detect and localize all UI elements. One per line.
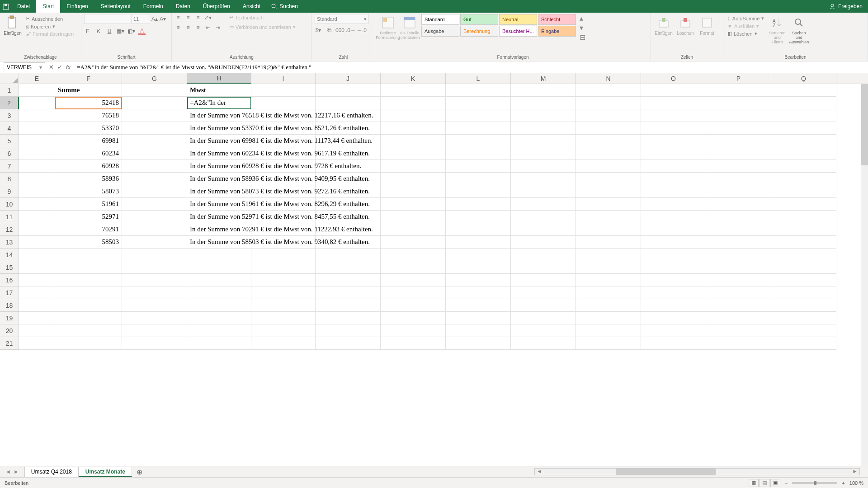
cell-N1[interactable] — [576, 84, 641, 97]
cell-H4[interactable]: In der Summe von 53370 € ist die Mwst vo… — [187, 122, 251, 135]
cell-F1[interactable]: Summe — [55, 84, 122, 97]
font-name-input[interactable] — [84, 14, 130, 24]
cell-F16[interactable] — [55, 274, 122, 286]
cell-L10[interactable] — [446, 198, 511, 211]
cell-O2[interactable] — [641, 97, 706, 109]
row-header-7[interactable]: 7 — [0, 160, 19, 173]
cell-E5[interactable] — [19, 135, 55, 147]
cell-P9[interactable] — [706, 185, 771, 198]
cell-N21[interactable] — [576, 337, 641, 350]
col-header-Q[interactable]: Q — [771, 73, 836, 84]
cell-L2[interactable] — [446, 97, 511, 109]
cell-F2[interactable]: 52418 — [55, 97, 122, 109]
cell-L1[interactable] — [446, 84, 511, 97]
cell-G3[interactable] — [122, 109, 187, 122]
cell-Q8[interactable] — [771, 173, 836, 185]
align-center-icon[interactable]: ≡ — [184, 24, 192, 31]
dec-decimal-icon[interactable]: ←.0 — [358, 27, 365, 34]
align-left-icon[interactable]: ≡ — [175, 24, 182, 31]
fill-color-icon[interactable]: ◧▾ — [127, 28, 135, 35]
cell-P11[interactable] — [706, 211, 771, 223]
orientation-icon[interactable]: ⤢▾ — [204, 14, 212, 21]
cell-F7[interactable]: 60928 — [55, 160, 122, 173]
row-header-12[interactable]: 12 — [0, 223, 19, 236]
cell-N20[interactable] — [576, 324, 641, 337]
cell-G14[interactable] — [122, 249, 187, 261]
cell-P17[interactable] — [706, 286, 771, 299]
name-box[interactable]: VERWEIS▾ — [4, 62, 45, 72]
cell-O8[interactable] — [641, 173, 706, 185]
cell-G10[interactable] — [122, 198, 187, 211]
cell-N3[interactable] — [576, 109, 641, 122]
cell-K15[interactable] — [381, 261, 446, 274]
cell-L20[interactable] — [446, 324, 511, 337]
row-header-8[interactable]: 8 — [0, 173, 19, 185]
row-header-10[interactable]: 10 — [0, 198, 19, 211]
cell-M12[interactable] — [511, 223, 576, 236]
cell-O14[interactable] — [641, 249, 706, 261]
cell-O9[interactable] — [641, 185, 706, 198]
row-header-5[interactable]: 5 — [0, 135, 19, 147]
font-color-icon[interactable]: A — [138, 28, 146, 35]
cell-M9[interactable] — [511, 185, 576, 198]
style-schlecht[interactable]: Schlecht — [538, 14, 576, 25]
cell-I2[interactable] — [251, 97, 316, 109]
cell-H2[interactable]: =A2&"In der — [187, 97, 251, 109]
cell-M14[interactable] — [511, 249, 576, 261]
cell-G2[interactable] — [122, 97, 187, 109]
inc-decimal-icon[interactable]: .0→ — [347, 27, 354, 34]
cell-F14[interactable] — [55, 249, 122, 261]
cell-L6[interactable] — [446, 147, 511, 160]
col-header-F[interactable]: F — [55, 73, 122, 84]
autosum-button[interactable]: ΣAutoSumme ▾ — [726, 15, 765, 22]
search-box[interactable]: Suchen — [267, 3, 298, 9]
cell-O12[interactable] — [641, 223, 706, 236]
cell-P10[interactable] — [706, 198, 771, 211]
font-size-input[interactable] — [131, 14, 150, 24]
cell-E6[interactable] — [19, 147, 55, 160]
cell-E11[interactable] — [19, 211, 55, 223]
cell-K17[interactable] — [381, 286, 446, 299]
cell-L12[interactable] — [446, 223, 511, 236]
paste-button[interactable]: Einfügen — [3, 14, 23, 37]
vertical-scrollbar[interactable] — [861, 84, 868, 466]
cell-F19[interactable] — [55, 312, 122, 324]
cell-P7[interactable] — [706, 160, 771, 173]
cell-M8[interactable] — [511, 173, 576, 185]
cell-L9[interactable] — [446, 185, 511, 198]
cell-O17[interactable] — [641, 286, 706, 299]
indent-inc-icon[interactable]: ⇥ — [214, 24, 222, 31]
cell-O13[interactable] — [641, 236, 706, 249]
cell-M3[interactable] — [511, 109, 576, 122]
cell-H21[interactable] — [187, 337, 251, 350]
cell-Q13[interactable] — [771, 236, 836, 249]
col-header-N[interactable]: N — [576, 73, 641, 84]
tab-formeln[interactable]: Formeln — [137, 0, 170, 13]
view-layout-icon[interactable]: ▤ — [760, 479, 769, 487]
tab-seitenlayout[interactable]: Seitenlayout — [94, 0, 137, 13]
cell-O10[interactable] — [641, 198, 706, 211]
row-header-20[interactable]: 20 — [0, 324, 19, 337]
tab-daten[interactable]: Daten — [170, 0, 197, 13]
cell-K16[interactable] — [381, 274, 446, 286]
cell-K19[interactable] — [381, 312, 446, 324]
cell-M13[interactable] — [511, 236, 576, 249]
cell-I17[interactable] — [251, 286, 316, 299]
cell-Q17[interactable] — [771, 286, 836, 299]
conditional-format-button[interactable]: Bedingte Formatierung — [378, 14, 398, 41]
delete-cells-button[interactable]: Löschen — [675, 14, 695, 37]
cell-N18[interactable] — [576, 299, 641, 312]
row-header-13[interactable]: 13 — [0, 236, 19, 249]
cell-F11[interactable]: 52971 — [55, 211, 122, 223]
cell-Q16[interactable] — [771, 274, 836, 286]
format-cells-button[interactable]: Format — [697, 14, 717, 37]
cell-Q5[interactable] — [771, 135, 836, 147]
cell-N9[interactable] — [576, 185, 641, 198]
cell-H9[interactable]: In der Summe von 58073 € ist die Mwst vo… — [187, 185, 251, 198]
cell-E12[interactable] — [19, 223, 55, 236]
cell-I14[interactable] — [251, 249, 316, 261]
row-header-6[interactable]: 6 — [0, 147, 19, 160]
cell-P16[interactable] — [706, 274, 771, 286]
cell-G18[interactable] — [122, 299, 187, 312]
style-gut[interactable]: Gut — [460, 14, 498, 25]
